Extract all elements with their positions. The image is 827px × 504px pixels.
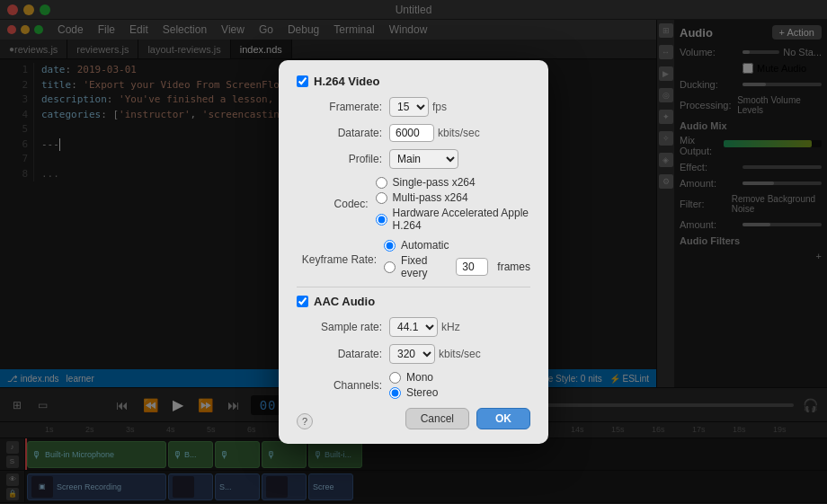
codec-single-pass: Single-pass x264	[376, 176, 530, 189]
keyframe-auto-row: Automatic	[384, 239, 530, 252]
codec-multi-pass-label: Multi-pass x264	[393, 191, 468, 204]
profile-select[interactable]: Main High Baseline	[389, 149, 458, 169]
keyframe-fixed-row: Fixed every frames	[384, 254, 530, 279]
channels-row: Channels: Mono Stereo	[297, 371, 530, 399]
keyframe-fixed-label: Fixed every	[401, 254, 447, 279]
channels-mono-label: Mono	[406, 371, 433, 384]
sample-rate-unit: kHz	[441, 321, 460, 333]
codec-single-pass-radio[interactable]	[376, 177, 387, 189]
export-settings-modal: H.264 Video Framerate: 15 24 30 60 fps D…	[279, 60, 548, 444]
profile-label: Profile:	[297, 153, 382, 165]
audio-datarate-select[interactable]: 320 256 192 128	[389, 344, 435, 364]
modal-buttons: Cancel OK	[297, 408, 530, 429]
codec-options: Single-pass x264 Multi-pass x264 Hardwar…	[376, 176, 530, 232]
keyframe-row: Keyframe Rate: Automatic Fixed every fra…	[297, 239, 530, 279]
sample-rate-select[interactable]: 44.1 48	[389, 317, 438, 337]
framerate-label: Framerate:	[297, 101, 382, 113]
video-datarate-row: Datarate: kbits/sec	[297, 124, 530, 142]
codec-multi-pass-radio[interactable]	[376, 192, 387, 204]
profile-row: Profile: Main High Baseline	[297, 149, 530, 169]
framerate-select[interactable]: 15 24 30 60	[389, 97, 429, 117]
audio-datarate-row: Datarate: 320 256 192 128 kbits/sec	[297, 344, 530, 364]
channels-mono-row: Mono	[389, 371, 438, 384]
codec-single-pass-label: Single-pass x264	[393, 176, 476, 189]
codec-hardware-radio[interactable]	[376, 214, 387, 225]
h264-label: H.264 Video	[314, 75, 379, 88]
audio-datarate-unit: kbits/sec	[439, 348, 481, 360]
framerate-unit: fps	[432, 101, 447, 113]
channels-stereo-row: Stereo	[389, 386, 438, 399]
audio-datarate-label: Datarate:	[297, 348, 382, 360]
codec-hardware-label: Hardware Accelerated Apple H.264	[393, 207, 530, 232]
video-datarate-unit: kbits/sec	[438, 127, 480, 139]
aac-checkbox[interactable]	[297, 296, 308, 307]
modal-divider	[297, 287, 530, 287]
codec-row: Codec: Single-pass x264 Multi-pass x264 …	[297, 176, 530, 232]
h264-checkbox-row: H.264 Video	[297, 75, 530, 88]
framerate-row: Framerate: 15 24 30 60 fps	[297, 97, 530, 117]
video-datarate-label: Datarate:	[297, 127, 382, 139]
channels-options: Mono Stereo	[389, 371, 438, 399]
keyframe-frames-input[interactable]	[456, 258, 488, 276]
channels-stereo-label: Stereo	[406, 386, 438, 399]
keyframe-frames-unit: frames	[497, 261, 530, 273]
channels-stereo-radio[interactable]	[389, 387, 401, 399]
help-button[interactable]: ?	[297, 413, 313, 429]
codec-label: Codec:	[297, 198, 369, 210]
sample-rate-row: Sample rate: 44.1 48 kHz	[297, 317, 530, 337]
keyframe-fixed-radio[interactable]	[384, 261, 396, 273]
ok-button[interactable]: OK	[476, 408, 530, 429]
keyframe-auto-label: Automatic	[401, 239, 449, 252]
channels-mono-radio[interactable]	[389, 372, 401, 384]
keyframe-label: Keyframe Rate:	[297, 253, 377, 266]
keyframe-auto-radio[interactable]	[384, 240, 396, 252]
video-datarate-input[interactable]	[389, 124, 434, 142]
codec-hardware: Hardware Accelerated Apple H.264	[376, 207, 530, 232]
modal-overlay: H.264 Video Framerate: 15 24 30 60 fps D…	[0, 0, 827, 504]
aac-checkbox-row: AAC Audio	[297, 295, 530, 308]
codec-multi-pass: Multi-pass x264	[376, 191, 530, 204]
keyframe-options: Automatic Fixed every frames	[384, 239, 530, 279]
cancel-button[interactable]: Cancel	[405, 408, 469, 429]
aac-label: AAC Audio	[314, 295, 375, 308]
channels-label: Channels:	[297, 379, 382, 392]
sample-rate-label: Sample rate:	[297, 321, 382, 333]
h264-checkbox[interactable]	[297, 75, 308, 87]
